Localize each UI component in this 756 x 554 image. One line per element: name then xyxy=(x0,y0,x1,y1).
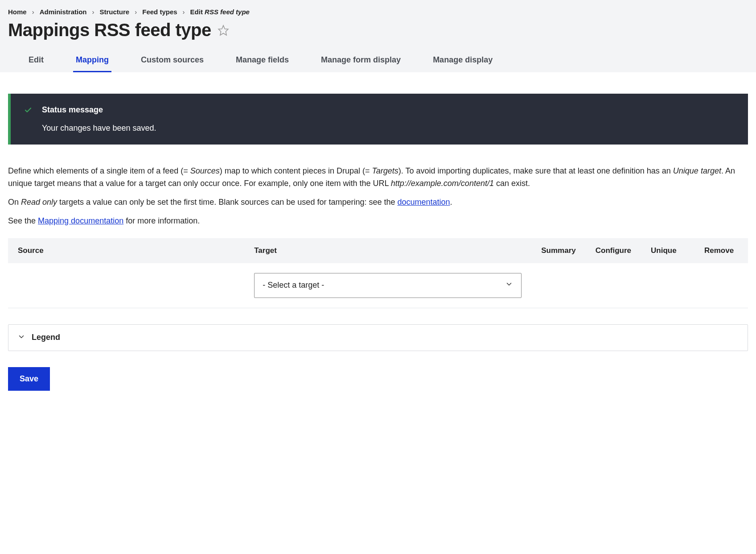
chevron-down-icon xyxy=(17,333,25,343)
mapping-table: Source Target Summary Configure Unique R… xyxy=(8,238,748,308)
tab-custom-sources[interactable]: Custom sources xyxy=(138,49,206,72)
mapping-documentation-link[interactable]: Mapping documentation xyxy=(38,216,123,225)
target-select[interactable]: - Select a target - xyxy=(254,273,522,298)
column-header-target: Target xyxy=(244,238,531,263)
breadcrumb-current-prefix: Edit xyxy=(190,8,205,16)
status-message: Status message Your changes have been sa… xyxy=(8,94,748,145)
breadcrumb-link-home[interactable]: Home xyxy=(8,8,27,16)
status-title: Status message xyxy=(42,105,156,115)
chevron-right-icon: › xyxy=(92,8,94,16)
breadcrumb-current-italic: RSS feed type xyxy=(205,8,250,16)
breadcrumb-link-structure[interactable]: Structure xyxy=(100,8,130,16)
breadcrumb-link-feed-types[interactable]: Feed types xyxy=(142,8,177,16)
legend-panel[interactable]: Legend xyxy=(8,324,748,351)
tab-mapping[interactable]: Mapping xyxy=(73,49,111,72)
star-icon[interactable] xyxy=(218,25,229,36)
description-paragraph-3: See the Mapping documentation for more i… xyxy=(8,215,748,227)
breadcrumb-link-administration[interactable]: Administration xyxy=(40,8,87,16)
column-header-summary: Summary xyxy=(531,238,585,263)
tab-manage-fields[interactable]: Manage fields xyxy=(233,49,292,72)
breadcrumb-current: Edit RSS feed type xyxy=(190,8,250,16)
column-header-configure: Configure xyxy=(586,238,641,263)
target-select-value: - Select a target - xyxy=(263,281,505,290)
table-row: - Select a target - xyxy=(8,263,748,308)
tabs: Edit Mapping Custom sources Manage field… xyxy=(8,49,748,72)
save-button[interactable]: Save xyxy=(8,367,50,391)
documentation-link[interactable]: documentation xyxy=(398,198,450,207)
status-text: Your changes have been saved. xyxy=(42,124,156,133)
column-header-unique: Unique xyxy=(641,238,694,263)
chevron-right-icon: › xyxy=(183,8,185,16)
svg-marker-0 xyxy=(218,25,228,35)
chevron-right-icon: › xyxy=(32,8,34,16)
check-icon xyxy=(24,106,32,133)
legend-title: Legend xyxy=(32,333,60,342)
tab-edit[interactable]: Edit xyxy=(26,49,46,72)
chevron-down-icon xyxy=(505,280,513,290)
tab-manage-display[interactable]: Manage display xyxy=(430,49,495,72)
chevron-right-icon: › xyxy=(135,8,137,16)
column-header-source: Source xyxy=(8,238,244,263)
tab-manage-form-display[interactable]: Manage form display xyxy=(318,49,403,72)
description-paragraph-2: On Read only targets a value can only be… xyxy=(8,196,748,209)
column-header-remove: Remove xyxy=(694,238,748,263)
page-title: Mappings RSS feed type xyxy=(8,20,211,40)
description-paragraph-1: Define which elements of a single item o… xyxy=(8,165,748,190)
breadcrumb: Home › Administration › Structure › Feed… xyxy=(8,8,748,16)
